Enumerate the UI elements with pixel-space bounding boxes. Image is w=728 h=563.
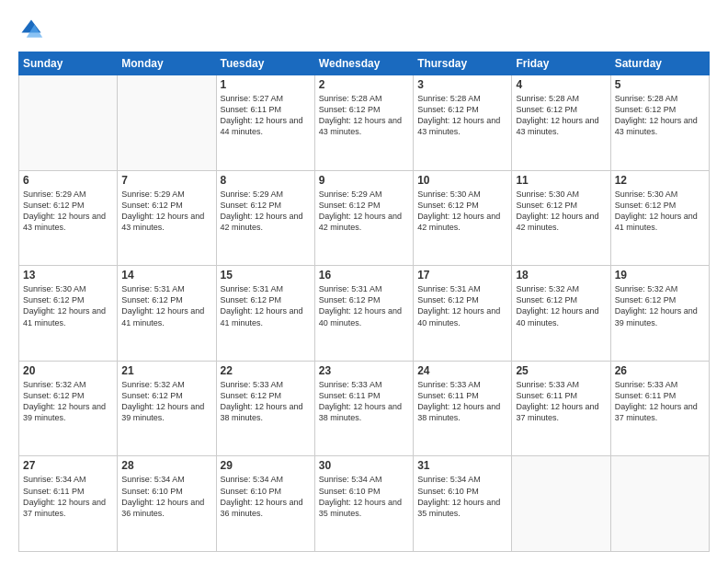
day-info: Sunrise: 5:30 AM Sunset: 6:12 PM Dayligh… xyxy=(23,283,113,328)
day-number: 13 xyxy=(23,269,113,282)
calendar-cell: 30Sunrise: 5:34 AM Sunset: 6:10 PM Dayli… xyxy=(314,456,413,552)
day-number: 1 xyxy=(221,78,311,91)
day-info: Sunrise: 5:33 AM Sunset: 6:11 PM Dayligh… xyxy=(319,379,409,424)
calendar-week-3: 13Sunrise: 5:30 AM Sunset: 6:12 PM Dayli… xyxy=(19,266,710,362)
day-number: 30 xyxy=(319,459,409,472)
day-number: 27 xyxy=(23,459,113,472)
day-number: 14 xyxy=(121,269,211,282)
calendar-cell: 11Sunrise: 5:30 AM Sunset: 6:12 PM Dayli… xyxy=(512,170,610,266)
day-info: Sunrise: 5:34 AM Sunset: 6:10 PM Dayligh… xyxy=(221,474,311,519)
weekday-header-monday: Monday xyxy=(118,52,216,75)
day-number: 19 xyxy=(615,269,705,282)
day-number: 23 xyxy=(319,364,409,377)
day-info: Sunrise: 5:34 AM Sunset: 6:10 PM Dayligh… xyxy=(121,474,211,519)
calendar-cell: 21Sunrise: 5:32 AM Sunset: 6:12 PM Dayli… xyxy=(118,361,216,456)
weekday-header-friday: Friday xyxy=(512,52,610,75)
day-info: Sunrise: 5:31 AM Sunset: 6:12 PM Dayligh… xyxy=(121,283,211,328)
calendar-cell xyxy=(512,456,610,552)
calendar-cell xyxy=(610,456,709,552)
day-number: 9 xyxy=(319,174,409,187)
calendar-cell xyxy=(19,75,118,171)
day-info: Sunrise: 5:32 AM Sunset: 6:12 PM Dayligh… xyxy=(23,379,113,424)
weekday-header-thursday: Thursday xyxy=(414,52,512,75)
day-number: 3 xyxy=(417,78,507,91)
calendar-week-5: 27Sunrise: 5:34 AM Sunset: 6:11 PM Dayli… xyxy=(19,456,710,552)
calendar-cell: 18Sunrise: 5:32 AM Sunset: 6:12 PM Dayli… xyxy=(512,266,610,362)
logo-icon xyxy=(18,17,44,42)
day-info: Sunrise: 5:32 AM Sunset: 6:12 PM Dayligh… xyxy=(516,283,606,328)
calendar-cell: 4Sunrise: 5:28 AM Sunset: 6:12 PM Daylig… xyxy=(512,75,610,171)
calendar-cell xyxy=(118,75,216,171)
day-info: Sunrise: 5:30 AM Sunset: 6:12 PM Dayligh… xyxy=(615,189,705,234)
day-number: 20 xyxy=(23,364,113,377)
day-number: 22 xyxy=(221,364,311,377)
calendar-cell: 9Sunrise: 5:29 AM Sunset: 6:12 PM Daylig… xyxy=(314,170,413,266)
day-info: Sunrise: 5:33 AM Sunset: 6:11 PM Dayligh… xyxy=(516,379,606,424)
logo xyxy=(18,17,48,42)
day-number: 7 xyxy=(121,174,211,187)
weekday-header-wednesday: Wednesday xyxy=(314,52,413,75)
calendar-cell: 2Sunrise: 5:28 AM Sunset: 6:12 PM Daylig… xyxy=(314,75,413,171)
day-info: Sunrise: 5:33 AM Sunset: 6:11 PM Dayligh… xyxy=(615,379,705,424)
day-number: 4 xyxy=(516,78,606,91)
day-number: 2 xyxy=(319,78,409,91)
day-info: Sunrise: 5:33 AM Sunset: 6:11 PM Dayligh… xyxy=(417,379,507,424)
day-number: 6 xyxy=(23,174,113,187)
day-number: 25 xyxy=(516,364,606,377)
day-info: Sunrise: 5:31 AM Sunset: 6:12 PM Dayligh… xyxy=(417,283,507,328)
day-number: 10 xyxy=(417,174,507,187)
calendar-week-4: 20Sunrise: 5:32 AM Sunset: 6:12 PM Dayli… xyxy=(19,361,710,456)
day-info: Sunrise: 5:33 AM Sunset: 6:12 PM Dayligh… xyxy=(221,379,311,424)
day-info: Sunrise: 5:29 AM Sunset: 6:12 PM Dayligh… xyxy=(221,189,311,234)
calendar-cell: 12Sunrise: 5:30 AM Sunset: 6:12 PM Dayli… xyxy=(610,170,709,266)
calendar-cell: 5Sunrise: 5:28 AM Sunset: 6:12 PM Daylig… xyxy=(610,75,709,171)
day-number: 21 xyxy=(121,364,211,377)
day-info: Sunrise: 5:32 AM Sunset: 6:12 PM Dayligh… xyxy=(121,379,211,424)
calendar-table: SundayMondayTuesdayWednesdayThursdayFrid… xyxy=(18,52,710,552)
day-info: Sunrise: 5:34 AM Sunset: 6:10 PM Dayligh… xyxy=(417,474,507,519)
day-info: Sunrise: 5:29 AM Sunset: 6:12 PM Dayligh… xyxy=(121,189,211,234)
day-info: Sunrise: 5:32 AM Sunset: 6:12 PM Dayligh… xyxy=(615,283,705,328)
day-info: Sunrise: 5:34 AM Sunset: 6:10 PM Dayligh… xyxy=(319,474,409,519)
calendar-cell: 23Sunrise: 5:33 AM Sunset: 6:11 PM Dayli… xyxy=(314,361,413,456)
day-info: Sunrise: 5:28 AM Sunset: 6:12 PM Dayligh… xyxy=(417,93,507,138)
day-info: Sunrise: 5:30 AM Sunset: 6:12 PM Dayligh… xyxy=(417,189,507,234)
calendar-week-2: 6Sunrise: 5:29 AM Sunset: 6:12 PM Daylig… xyxy=(19,170,710,266)
calendar-cell: 14Sunrise: 5:31 AM Sunset: 6:12 PM Dayli… xyxy=(118,266,216,362)
day-info: Sunrise: 5:28 AM Sunset: 6:12 PM Dayligh… xyxy=(615,93,705,138)
header xyxy=(18,17,710,42)
day-info: Sunrise: 5:31 AM Sunset: 6:12 PM Dayligh… xyxy=(319,283,409,328)
calendar-cell: 22Sunrise: 5:33 AM Sunset: 6:12 PM Dayli… xyxy=(216,361,314,456)
day-number: 26 xyxy=(615,364,705,377)
day-info: Sunrise: 5:27 AM Sunset: 6:11 PM Dayligh… xyxy=(221,93,311,138)
calendar-cell: 16Sunrise: 5:31 AM Sunset: 6:12 PM Dayli… xyxy=(314,266,413,362)
day-number: 31 xyxy=(417,459,507,472)
day-number: 11 xyxy=(516,174,606,187)
day-info: Sunrise: 5:30 AM Sunset: 6:12 PM Dayligh… xyxy=(516,189,606,234)
day-number: 12 xyxy=(615,174,705,187)
day-info: Sunrise: 5:28 AM Sunset: 6:12 PM Dayligh… xyxy=(319,93,409,138)
calendar-cell: 10Sunrise: 5:30 AM Sunset: 6:12 PM Dayli… xyxy=(414,170,512,266)
day-number: 28 xyxy=(121,459,211,472)
calendar-cell: 7Sunrise: 5:29 AM Sunset: 6:12 PM Daylig… xyxy=(118,170,216,266)
calendar-cell: 13Sunrise: 5:30 AM Sunset: 6:12 PM Dayli… xyxy=(19,266,118,362)
calendar-cell: 8Sunrise: 5:29 AM Sunset: 6:12 PM Daylig… xyxy=(216,170,314,266)
day-info: Sunrise: 5:29 AM Sunset: 6:12 PM Dayligh… xyxy=(23,189,113,234)
calendar-cell: 27Sunrise: 5:34 AM Sunset: 6:11 PM Dayli… xyxy=(19,456,118,552)
day-number: 5 xyxy=(615,78,705,91)
day-info: Sunrise: 5:31 AM Sunset: 6:12 PM Dayligh… xyxy=(221,283,311,328)
calendar-cell: 19Sunrise: 5:32 AM Sunset: 6:12 PM Dayli… xyxy=(610,266,709,362)
day-number: 29 xyxy=(221,459,311,472)
day-number: 16 xyxy=(319,269,409,282)
page: SundayMondayTuesdayWednesdayThursdayFrid… xyxy=(0,0,728,563)
calendar-cell: 3Sunrise: 5:28 AM Sunset: 6:12 PM Daylig… xyxy=(414,75,512,171)
weekday-header-saturday: Saturday xyxy=(610,52,709,75)
day-number: 15 xyxy=(221,269,311,282)
calendar-cell: 28Sunrise: 5:34 AM Sunset: 6:10 PM Dayli… xyxy=(118,456,216,552)
calendar-cell: 15Sunrise: 5:31 AM Sunset: 6:12 PM Dayli… xyxy=(216,266,314,362)
weekday-header-tuesday: Tuesday xyxy=(216,52,314,75)
calendar-cell: 26Sunrise: 5:33 AM Sunset: 6:11 PM Dayli… xyxy=(610,361,709,456)
day-info: Sunrise: 5:34 AM Sunset: 6:11 PM Dayligh… xyxy=(23,474,113,519)
day-info: Sunrise: 5:28 AM Sunset: 6:12 PM Dayligh… xyxy=(516,93,606,138)
calendar-cell: 20Sunrise: 5:32 AM Sunset: 6:12 PM Dayli… xyxy=(19,361,118,456)
